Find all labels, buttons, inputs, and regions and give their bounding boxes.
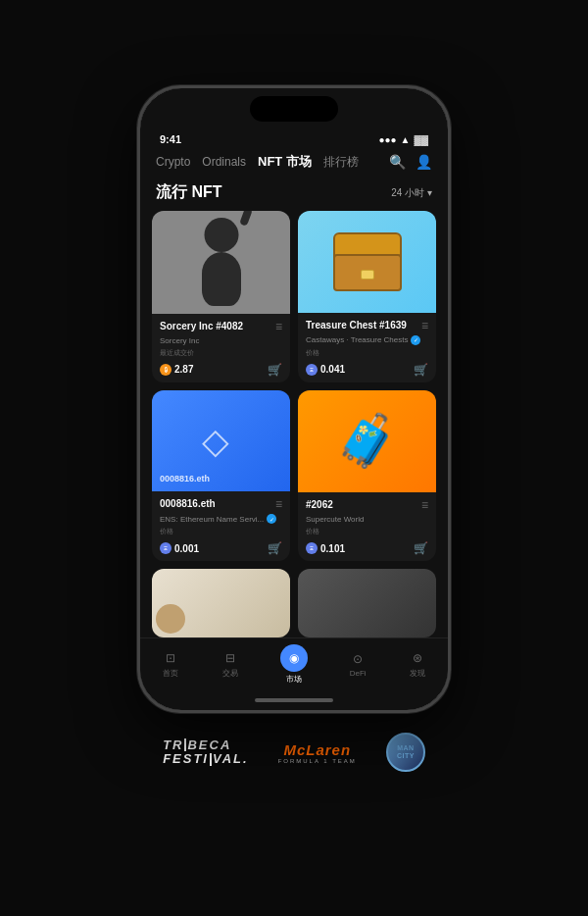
nft-collection-1: Sorcery Inc (160, 336, 282, 345)
silhouette-head (204, 218, 238, 252)
tab-discover-label: 发现 (410, 668, 425, 679)
section-header: 流行 NFT 24 小时 ▾ (140, 178, 448, 211)
status-time: 9:41 (160, 133, 181, 145)
nft-menu-2[interactable]: ≡ (421, 319, 428, 332)
price-label-1: 最近成交价 (160, 348, 282, 358)
power-button (448, 137, 451, 186)
price-row-2: Ξ 0.041 🛒 (306, 363, 428, 377)
silhouette-figure (187, 218, 256, 306)
search-icon[interactable]: 🔍 (389, 154, 406, 170)
tribeca-line2: FESTI VAL. (163, 752, 249, 766)
home-icon: ⊡ (161, 650, 180, 666)
dynamic-island (250, 96, 338, 122)
nft-image-ens: 0008816.eth (152, 390, 290, 492)
nav-item-ranking[interactable]: 排行榜 (323, 154, 359, 171)
price-value-4: Ξ 0.101 (306, 542, 345, 554)
tab-defi-label: DeFi (350, 669, 367, 678)
price-row-4: Ξ 0.101 🛒 (306, 541, 428, 555)
nft-collection-4: Supercute World (306, 515, 428, 524)
nft-menu-4[interactable]: ≡ (421, 498, 428, 512)
nft-name-2: Treasure Chest #1639 (306, 320, 407, 331)
mclaren-subtitle: FORMULA 1 TEAM (278, 758, 357, 764)
nft-image-partial-2 (298, 569, 436, 637)
price-row-3: Ξ 0.001 🛒 (160, 541, 282, 555)
logo-mclaren: McLaren FORMULA 1 TEAM (278, 741, 357, 764)
tribeca-tr: TR (163, 738, 183, 752)
tribeca-line1: TR BECA (163, 738, 231, 752)
status-icons: ●●● ▲ ▓▓ (378, 134, 428, 145)
eth-icon-4: Ξ (306, 542, 318, 554)
nft-image-treasure (298, 211, 436, 313)
battery-icon: ▓▓ (414, 134, 428, 145)
nft-name-row-2: Treasure Chest #1639 ≡ (306, 319, 428, 332)
btc-icon-1: ₿ (160, 364, 172, 376)
cart-icon-4[interactable]: 🛒 (414, 541, 428, 555)
price-label-2: 价格 (306, 348, 428, 358)
wifi-icon: ▲ (401, 134, 411, 145)
nav-bar: Crypto Ordinals NFT 市场 排行榜 🔍 👤 (140, 149, 448, 178)
ens-overlay-label: 0008816.eth (160, 474, 210, 483)
tab-market-label: 市场 (286, 674, 302, 685)
price-label-4: 价格 (306, 527, 428, 536)
nft-info-2: Treasure Chest #1639 ≡ Castaways · Treas… (298, 313, 436, 382)
nft-name-4: #2062 (306, 499, 333, 511)
nft-card-1[interactable]: Sorcery Inc #4082 ≡ Sorcery Inc 最近成交价 ₿ … (152, 211, 290, 382)
bottom-nav: ⊡ 首页 ⊟ 交易 ◉ 市场 ⊙ DeFi ⊛ 发现 (140, 637, 448, 694)
tab-defi[interactable]: ⊙ DeFi (348, 651, 368, 678)
nft-name-1: Sorcery Inc #4082 (160, 321, 243, 332)
tab-market[interactable]: ◉ 市场 (280, 644, 308, 685)
nft-collection-2: Castaways · Treasure Chests ✓ (306, 335, 428, 345)
nft-card-4[interactable]: 🧳 #2062 ≡ Supercute World 价格 (298, 390, 436, 562)
tribeca-bar1 (184, 738, 186, 751)
home-indicator (255, 698, 333, 702)
cart-icon-3[interactable]: 🛒 (268, 541, 282, 555)
tab-discover[interactable]: ⊛ 发现 (408, 650, 427, 679)
tribeca-bar2 (210, 753, 212, 766)
chest-figure (333, 232, 402, 291)
signal-icon: ●●● (378, 134, 396, 145)
time-filter[interactable]: 24 小时 ▾ (391, 186, 432, 200)
supercute-character: 🧳 (298, 390, 436, 493)
nft-menu-3[interactable]: ≡ (275, 497, 282, 511)
chest-body (333, 254, 402, 291)
nft-menu-1[interactable]: ≡ (275, 320, 282, 333)
nav-item-crypto[interactable]: Crypto (156, 155, 190, 169)
nft-card-3[interactable]: 0008816.eth 0008816.eth ≡ ENS: Ethereum … (152, 390, 290, 562)
tab-home[interactable]: ⊡ 首页 (161, 650, 180, 679)
nft-grid: Sorcery Inc #4082 ≡ Sorcery Inc 最近成交价 ₿ … (140, 211, 448, 637)
mclaren-wordmark: McLaren (283, 741, 351, 758)
eth-icon-3: Ξ (160, 542, 172, 554)
nft-card-partial-1[interactable] (152, 569, 290, 637)
price-value-2: Ξ 0.041 (306, 364, 345, 376)
nft-card-2[interactable]: Treasure Chest #1639 ≡ Castaways · Treas… (298, 211, 436, 382)
phone-frame: 9:41 ●●● ▲ ▓▓ Crypto Ordinals NFT 市场 排行榜… (137, 85, 451, 713)
profile-icon[interactable]: 👤 (416, 154, 432, 170)
nft-image-supercute: 🧳 (298, 390, 436, 493)
status-bar: 9:41 ●●● ▲ ▓▓ (140, 122, 448, 149)
tab-trade[interactable]: ⊟ 交易 (220, 650, 240, 679)
trade-icon: ⊟ (220, 650, 240, 666)
nft-name-3: 0008816.eth (160, 498, 216, 510)
nft-image-sorcery (152, 211, 290, 314)
tab-home-label: 首页 (163, 668, 178, 679)
cart-icon-1[interactable]: 🛒 (268, 363, 282, 377)
price-label-3: 价格 (160, 527, 282, 536)
price-value-1: ₿ 2.87 (160, 364, 193, 376)
nft-card-partial-2[interactable] (298, 569, 436, 637)
mancity-text: MANCITY (397, 744, 415, 761)
tribeca-val: VAL. (213, 752, 249, 766)
verified-badge-2: ✓ (411, 335, 420, 345)
phone-wrapper: 9:41 ●●● ▲ ▓▓ Crypto Ordinals NFT 市场 排行榜… (137, 85, 451, 713)
chest-clasp (361, 270, 374, 280)
ens-diamond-icon (202, 421, 241, 460)
nft-image-partial-1 (152, 569, 290, 637)
market-icon: ◉ (280, 644, 308, 672)
tribeca-beca: BECA (187, 738, 231, 752)
eth-icon-2: Ξ (306, 364, 318, 376)
nav-item-nft[interactable]: NFT 市场 (258, 153, 312, 171)
nav-item-ordinals[interactable]: Ordinals (202, 155, 246, 169)
discover-icon: ⊛ (408, 650, 427, 666)
cart-icon-2[interactable]: 🛒 (414, 363, 428, 377)
logo-tribeca: TR BECA FESTI VAL. (163, 738, 249, 767)
price-value-3: Ξ 0.001 (160, 542, 199, 554)
